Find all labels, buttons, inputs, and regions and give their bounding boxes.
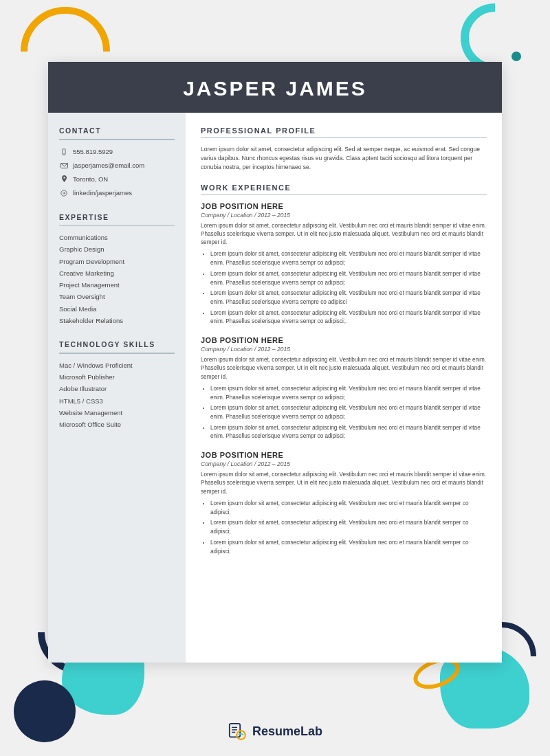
bullet-item: Lorem ipsum dolor sit amet, consectetur … — [210, 289, 487, 307]
phone-contact: 555.819.5929 — [59, 147, 175, 157]
expertise-section: EXPERTISE Communications Graphic Design … — [59, 213, 175, 326]
job-3-company: Company / Location / 2012 – 2015 — [201, 460, 487, 467]
bullet-item: Lorem ipsum dolor sit amet, consectetur … — [210, 250, 487, 267]
email-icon — [59, 161, 69, 170]
job-1-bullets: Lorem ipsum dolor sit amet, consectetur … — [201, 250, 487, 326]
location-text: Toronto, ON — [73, 175, 108, 183]
expertise-divider — [59, 225, 175, 227]
tech-item: HTML5 / CSS3 — [59, 397, 175, 405]
main-content: PROFESSIONAL PROFILE Lorem ipsum dolor s… — [186, 113, 502, 663]
svg-rect-7 — [230, 724, 240, 737]
location-icon — [59, 175, 69, 184]
tech-section: TECHNOLOGY SKILLS Mac / Windows Proficie… — [59, 340, 175, 429]
phone-text: 555.819.5929 — [73, 148, 113, 155]
job-2: JOB POSITION HERE Company / Location / 2… — [201, 336, 487, 441]
expertise-item: Stakeholder Relations — [59, 316, 175, 325]
expertise-item: Creative Marketing — [59, 269, 175, 278]
contact-section: CONTACT 555.819.5929 jasperjames@email.c… — [59, 126, 175, 198]
email-text: jasperjames@email.com — [73, 162, 144, 169]
bullet-item: Lorem ipsum dolor sit amet, consectetur … — [210, 385, 487, 402]
linkedin-contact: linkedin/jasperjames — [59, 188, 175, 198]
bullet-item: Lorem ipsum dolor sit amet, consectetur … — [210, 539, 487, 556]
work-section-title: WORK EXPERIENCE — [201, 184, 487, 192]
bullet-item: Lorem ipsum dolor sit amet, consectetur … — [210, 309, 487, 326]
profile-text: Lorem ipsum dolor sit amet, consectetur … — [201, 145, 487, 173]
job-2-company: Company / Location / 2012 – 2015 — [201, 346, 487, 353]
work-experience-section: WORK EXPERIENCE JOB POSITION HERE Compan… — [201, 184, 487, 557]
tech-item: Microsoft Publisher — [59, 373, 175, 381]
linkedin-icon — [59, 188, 69, 198]
svg-point-11 — [236, 731, 245, 740]
tech-section-title: TECHNOLOGY SKILLS — [59, 340, 175, 348]
profile-section-title: PROFESSIONAL PROFILE — [201, 126, 487, 135]
email-contact: jasperjames@email.com — [59, 161, 175, 170]
resume-header: JASPER JAMES — [48, 62, 502, 113]
expertise-item: Program Development — [59, 257, 175, 266]
resume-sidebar: CONTACT 555.819.5929 jasperjames@email.c… — [48, 113, 186, 663]
tech-item: Microsoft Office Suite — [59, 420, 175, 429]
bullet-item: Lorem ipsum dolor sit amet, consectetur … — [210, 404, 487, 421]
expertise-item: Graphic Design — [59, 245, 175, 254]
resume-body: CONTACT 555.819.5929 jasperjames@email.c… — [48, 113, 502, 663]
bullet-item: Lorem ipsum dolor sit amet, consectetur … — [210, 424, 487, 441]
expertise-item: Project Management — [59, 280, 175, 289]
job-3-description: Lorem ipsum dolor sit amet, consectetur … — [201, 471, 487, 496]
expertise-section-title: EXPERTISE — [59, 213, 175, 221]
job-2-bullets: Lorem ipsum dolor sit amet, consectetur … — [201, 385, 487, 441]
profile-section: PROFESSIONAL PROFILE Lorem ipsum dolor s… — [201, 126, 487, 173]
linkedin-text: linkedin/jasperjames — [73, 189, 132, 197]
contact-section-title: CONTACT — [59, 126, 175, 135]
job-1: JOB POSITION HERE Company / Location / 2… — [201, 202, 487, 327]
tech-item: Website Management — [59, 408, 175, 417]
bullet-item: Lorem ipsum dolor sit amet, consectetur … — [210, 500, 487, 517]
job-3-title: JOB POSITION HERE — [201, 451, 487, 459]
contact-divider — [59, 139, 175, 140]
candidate-name: JASPER JAMES — [62, 77, 488, 100]
navy-blob-decoration — [14, 680, 76, 742]
tech-divider — [59, 353, 175, 354]
bullet-item: Lorem ipsum dolor sit amet, consectetur … — [210, 270, 487, 287]
location-contact: Toronto, ON — [59, 175, 175, 184]
phone-icon — [59, 147, 69, 157]
profile-divider — [201, 137, 487, 138]
svg-rect-1 — [63, 153, 65, 154]
tech-item: Adobe Illustrator — [59, 384, 175, 393]
bullet-item: Lorem ipsum dolor sit amet, consectetur … — [210, 519, 487, 536]
brand-name-bold: Lab — [300, 724, 322, 738]
expertise-item: Team Oversight — [59, 292, 175, 301]
resumelab-branding: ResumeLab — [228, 722, 322, 741]
resumelab-name: ResumeLab — [252, 724, 322, 739]
job-3: JOB POSITION HERE Company / Location / 2… — [201, 451, 487, 556]
expertise-item: Social Media — [59, 304, 175, 313]
brand-name-plain: Resume — [252, 724, 300, 738]
work-divider — [201, 194, 487, 195]
job-1-company: Company / Location / 2012 – 2015 — [201, 212, 487, 219]
tech-item: Mac / Windows Proficient — [59, 361, 175, 370]
job-1-title: JOB POSITION HERE — [201, 202, 487, 210]
expertise-item: Communications — [59, 233, 175, 242]
job-3-bullets: Lorem ipsum dolor sit amet, consectetur … — [201, 500, 487, 556]
job-1-description: Lorem ipsum dolor sit amet, consectetur … — [201, 222, 487, 247]
teal-dot-decoration — [512, 52, 521, 61]
resumelab-logo-icon — [228, 722, 247, 741]
job-2-description: Lorem ipsum dolor sit amet, consectetur … — [201, 356, 487, 381]
job-2-title: JOB POSITION HERE — [201, 336, 487, 344]
resume-document: JASPER JAMES CONTACT 555.819.5929 — [48, 62, 502, 663]
